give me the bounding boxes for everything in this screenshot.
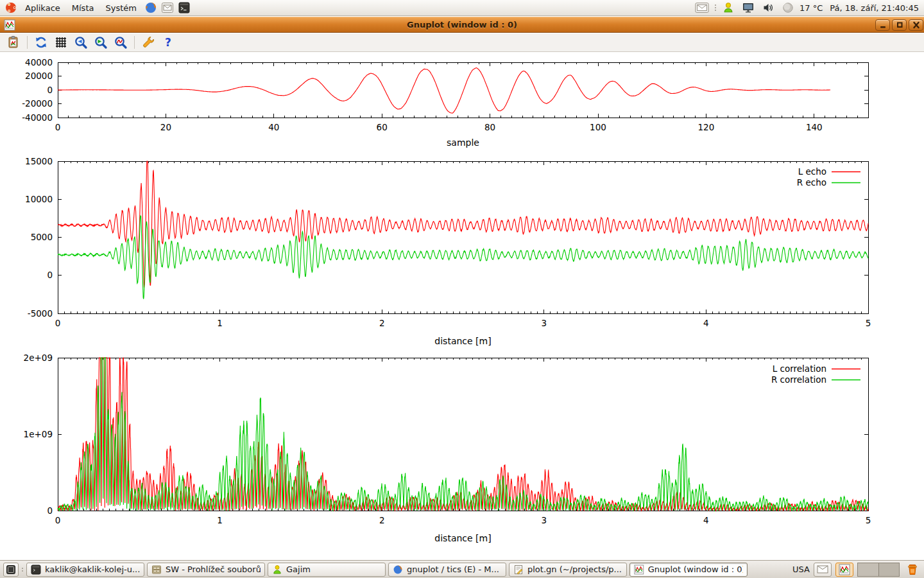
taskbar-window-label: Gajim [286, 565, 311, 574]
clock[interactable]: Pá, 18. září, 21:40:45 [830, 3, 919, 13]
minimize-button[interactable] [875, 19, 890, 31]
mail-notification-icon[interactable] [695, 1, 709, 15]
zoom-previous-button[interactable] [73, 35, 89, 51]
close-button[interactable] [909, 19, 923, 31]
temperature-indicator[interactable]: 17 °C [800, 3, 823, 13]
tasklist-handle[interactable] [21, 565, 24, 575]
menu-applications[interactable]: Aplikace [19, 0, 66, 16]
toolbar-separator [27, 36, 28, 49]
taskbar-window-file-manager[interactable]: SW - Prohlížeč souborů [147, 563, 265, 577]
menu-places[interactable]: Místa [66, 0, 100, 16]
gnuplot-toolbar: ? [0, 33, 924, 52]
gnuplot-window-titlebar[interactable]: Gnuplot (window id : 0) [0, 17, 924, 33]
window-title: Gnuplot (window id : 0) [0, 17, 924, 32]
show-desktop-button[interactable] [3, 563, 19, 577]
taskbar-window-label: SW - Prohlížeč souborů [166, 565, 261, 574]
email-launcher-icon[interactable] [160, 1, 175, 15]
taskbar-window-terminal[interactable]: kaklik@kaklik-kolej-u... [26, 563, 144, 577]
trash-icon[interactable] [905, 562, 920, 577]
bottom-taskbar: kaklik@kaklik-kolej-u... SW - Prohlížeč … [0, 560, 924, 578]
maximize-button[interactable] [892, 19, 907, 31]
taskbar-mail-icon[interactable] [814, 563, 832, 577]
workspace-switcher[interactable] [857, 563, 900, 577]
taskbar-window-label: Gnuplot (window id : 0) [648, 565, 743, 574]
display-icon[interactable] [741, 1, 755, 15]
workspace-1[interactable] [858, 563, 879, 576]
toggle-grid-button[interactable] [53, 35, 69, 51]
ubuntu-logo-icon[interactable] [4, 1, 18, 15]
taskbar-window-text-editor[interactable]: plot.gn (~/projects/p... [509, 563, 627, 577]
gnuplot-plot-area [0, 53, 924, 560]
zoom-next-button[interactable] [92, 35, 109, 51]
autoscale-button[interactable] [112, 35, 129, 51]
toolbar-separator [134, 36, 135, 49]
svg-text:?: ? [165, 36, 171, 49]
configure-plot-button[interactable] [140, 35, 157, 51]
taskbar-window-gnuplot[interactable]: Gnuplot (window id : 0) [629, 563, 748, 577]
help-button[interactable]: ? [160, 35, 176, 51]
taskbar-window-label: gnuplot / tics (E) - M... [407, 565, 499, 574]
taskbar-window-label: plot.gn (~/projects/p... [527, 565, 622, 574]
gnome-top-panel: Aplikace Místa Systém [0, 0, 924, 16]
taskbar-window-firefox[interactable]: gnuplot / tics (E) - M... [388, 563, 506, 577]
desktop: Aplikace Místa Systém [0, 0, 924, 578]
taskbar-window-label: kaklik@kaklik-kolej-u... [45, 565, 140, 574]
firefox-launcher-icon[interactable] [144, 1, 158, 15]
keyboard-layout-indicator[interactable]: USA [792, 565, 810, 574]
menu-system[interactable]: Systém [99, 0, 142, 16]
tray-handle[interactable] [714, 3, 717, 13]
weather-moon-icon[interactable] [781, 1, 795, 15]
terminal-launcher-icon[interactable] [177, 1, 191, 15]
workspace-2[interactable] [879, 563, 900, 576]
taskbar-gnuplot-icon[interactable] [835, 563, 853, 577]
copy-to-clipboard-button[interactable] [5, 35, 22, 51]
replot-button[interactable] [33, 35, 49, 51]
taskbar-window-gajim[interactable]: Gajim [268, 563, 386, 577]
volume-icon[interactable] [761, 1, 775, 15]
gajim-status-icon[interactable] [721, 1, 735, 15]
